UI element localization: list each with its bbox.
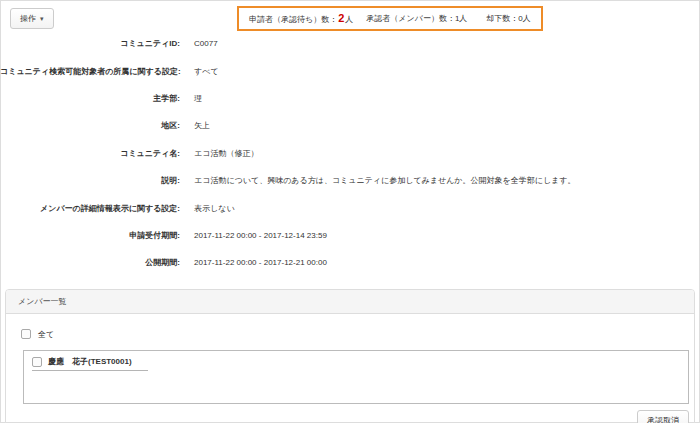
caret-down-icon: ▾ xyxy=(40,15,44,22)
field-label: 主学部: xyxy=(0,93,180,104)
form-row-community-id: コミュニティID: C0077 xyxy=(0,30,700,57)
stat-label: 申請者（承認待ち）数： xyxy=(249,14,337,25)
field-label: 公開期間: xyxy=(0,257,180,268)
field-value: 理 xyxy=(194,93,202,104)
stat-value-highlighted: 2 xyxy=(338,12,344,24)
stat-unit: 人 xyxy=(459,13,467,24)
member-checkbox[interactable] xyxy=(32,357,42,367)
stat-applicants-pending: 申請者（承認待ち）数：2人 xyxy=(249,12,353,25)
select-all-label: 全て xyxy=(38,329,54,340)
field-label: メンバーの詳細情報表示に関する設定: xyxy=(0,203,180,214)
member-list-panel: メンバー一覧 全て 慶應 花子(TEST0001) 承認取消 xyxy=(5,289,695,423)
field-label: 地区: xyxy=(0,120,180,131)
form-row-community-name: コミュニティ名: エコ活動（修正） xyxy=(0,140,700,167)
stat-label: 承認者（メンバー）数： xyxy=(366,13,455,24)
field-value: 矢上 xyxy=(194,120,210,131)
panel-title: メンバー一覧 xyxy=(18,296,67,307)
community-detail-form: コミュニティID: C0077 コミュニティ検索可能対象者の所属に関する設定: … xyxy=(0,30,700,277)
action-dropdown-label: 操作 xyxy=(20,13,36,24)
field-label: 申請受付期間: xyxy=(0,230,180,241)
form-row-publication-period: 公開期間: 2017-11-22 00:00 - 2017-12-21 00:0… xyxy=(0,249,700,276)
form-row-application-period: 申請受付期間: 2017-11-22 00:00 - 2017-12-14 23… xyxy=(0,222,700,249)
form-row-member-detail-visibility-setting: メンバーの詳細情報表示に関する設定: 表示しない xyxy=(0,194,700,221)
member-name: 慶應 花子(TEST0001) xyxy=(48,356,132,367)
select-all-row: 全て xyxy=(21,324,689,344)
application-stats-box: 申請者（承認待ち）数：2人 承認者（メンバー）数：1人 却下数：0人 xyxy=(237,6,543,31)
stat-approved-members: 承認者（メンバー）数：1人 xyxy=(366,13,467,24)
panel-actions: 承認取消 xyxy=(21,410,689,423)
form-row-district: 地区: 矢上 xyxy=(0,112,700,139)
field-label: コミュニティ検索可能対象者の所属に関する設定: xyxy=(0,66,180,77)
stat-unit: 人 xyxy=(523,13,531,24)
field-value: C0077 xyxy=(194,39,218,48)
field-value: 2017-11-22 00:00 - 2017-12-21 00:00 xyxy=(194,258,327,267)
field-label: コミュニティ名: xyxy=(0,148,180,159)
stat-label: 却下数： xyxy=(486,13,518,24)
field-label: 説明: xyxy=(0,175,180,186)
member-list-panel-header: メンバー一覧 xyxy=(6,290,694,314)
cancel-approval-button[interactable]: 承認取消 xyxy=(637,410,689,423)
community-detail-page: { "colors": { "accent_orange": "#ee8c28"… xyxy=(0,0,700,423)
form-row-main-faculty: 主学部: 理 xyxy=(0,85,700,112)
field-value: エコ活動について、興味のある方は、コミュニティに参加してみませんか。公開対象を全… xyxy=(194,175,575,186)
member-row[interactable]: 慶應 花子(TEST0001) xyxy=(32,356,148,371)
member-list-box: 慶應 花子(TEST0001) xyxy=(23,350,689,404)
stat-unit: 人 xyxy=(345,14,353,25)
member-list-panel-body: 全て 慶應 花子(TEST0001) 承認取消 xyxy=(6,314,694,423)
stat-rejected: 却下数：0人 xyxy=(486,13,530,24)
field-value: 表示しない xyxy=(194,203,235,214)
select-all-checkbox[interactable] xyxy=(21,329,31,339)
field-value: すべて xyxy=(194,66,219,77)
form-row-description: 説明: エコ活動について、興味のある方は、コミュニティに参加してみませんか。公開… xyxy=(0,167,700,194)
form-row-search-visibility-setting: コミュニティ検索可能対象者の所属に関する設定: すべて xyxy=(0,57,700,84)
action-dropdown-button[interactable]: 操作 ▾ xyxy=(10,8,54,29)
field-value: 2017-11-22 00:00 - 2017-12-14 23:59 xyxy=(194,231,327,240)
field-value: エコ活動（修正） xyxy=(194,148,258,159)
field-label: コミュニティID: xyxy=(0,38,180,49)
